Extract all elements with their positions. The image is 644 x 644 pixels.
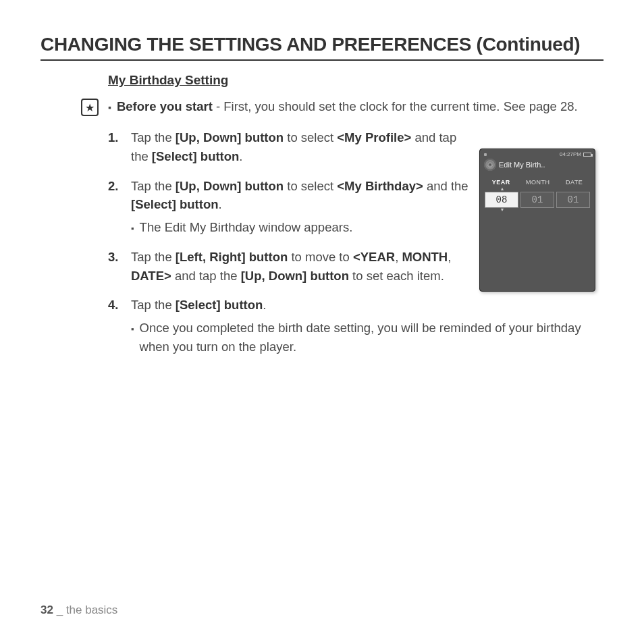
device-column-labels: YEAR MONTH DATE: [480, 175, 595, 187]
device-time: 04:27PM: [560, 151, 581, 157]
date-value[interactable]: 01: [556, 192, 590, 208]
star-icon: ★: [81, 99, 99, 116]
device-header: Edit My Birth..: [480, 157, 595, 175]
section-title: My Birthday Setting: [108, 73, 603, 88]
footer-section: the basics: [66, 603, 118, 616]
device-screen-title: Edit My Birth..: [499, 161, 545, 169]
year-value[interactable]: 08: [485, 192, 518, 208]
bullet-icon: ▪: [131, 323, 134, 356]
note-text: Before you start - First, you should set…: [117, 97, 578, 116]
note-block: ★ ▪ Before you start - First, you should…: [81, 97, 603, 116]
device-screenshot: 04:27PM Edit My Birth.. YEAR MONTH DATE …: [479, 149, 595, 292]
battery-icon: [583, 153, 591, 157]
chevron-down-icon: ▼: [479, 208, 595, 212]
chevron-up-icon: ▲: [479, 187, 595, 191]
bullet-icon: ▪: [131, 222, 134, 237]
step-4: Tap the [Select] button. ▪ Once you comp…: [108, 296, 603, 356]
step-4-sub: ▪ Once you completed the birth date sett…: [131, 319, 603, 356]
device-status-bar: 04:27PM: [480, 149, 595, 157]
col-month-label: MONTH: [526, 179, 550, 186]
col-year-label: YEAR: [492, 179, 510, 186]
page-title: CHANGING THE SETTINGS AND PREFERENCES (C…: [41, 34, 603, 61]
col-date-label: DATE: [566, 179, 583, 186]
bullet-icon: ▪: [108, 101, 111, 116]
month-value[interactable]: 01: [520, 192, 554, 208]
status-dot-icon: [484, 153, 487, 156]
page-footer: 32 _ the basics: [41, 603, 117, 617]
gear-icon: [484, 159, 496, 171]
device-spinner-row: 08 01 01: [480, 192, 595, 208]
page-number: 32: [41, 603, 53, 616]
